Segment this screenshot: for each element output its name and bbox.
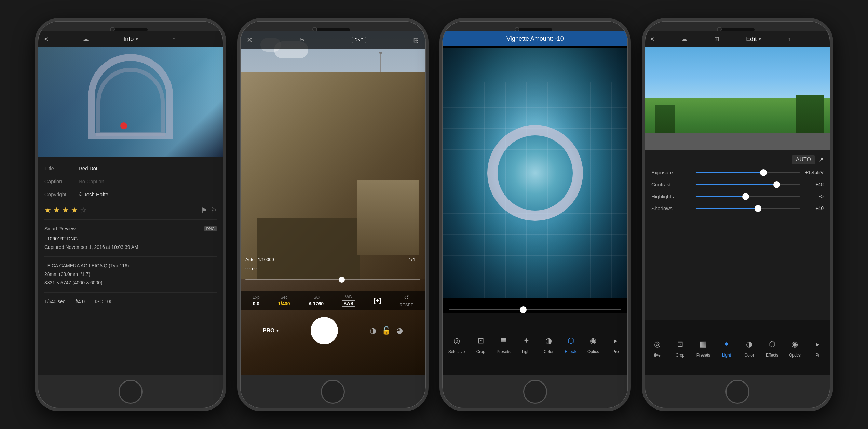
phone-2-home-button[interactable] — [321, 380, 345, 404]
reset-control[interactable]: ↺ RESET — [399, 294, 413, 307]
toolbar-color[interactable]: ◑ Color — [741, 335, 758, 360]
vignette-slider-thumb[interactable] — [520, 306, 527, 313]
red-dot — [120, 122, 127, 129]
exposure-slider-row: Exposure +1.45EV — [651, 170, 824, 175]
phone-1-speaker — [113, 28, 148, 31]
more-icon[interactable]: ··· — [210, 36, 217, 42]
right-wall — [357, 180, 419, 255]
wb-control[interactable]: WB AWB — [342, 295, 355, 307]
toolbar-presets[interactable]: ▦ Presets — [694, 335, 713, 360]
color-icon: ◑ — [542, 334, 555, 347]
toolbar-crop[interactable]: ⊡ Crop — [672, 335, 689, 360]
lock-icon[interactable]: 🔓 — [382, 326, 391, 335]
phone-3-home-button[interactable] — [523, 380, 547, 404]
dot-3 — [249, 268, 250, 269]
slider-thumb[interactable] — [339, 277, 345, 283]
toolbar-pre[interactable]: ▸ Pre — [607, 332, 624, 357]
star-4[interactable]: ★ — [71, 206, 78, 215]
close-button[interactable]: ✕ — [247, 36, 253, 44]
cloud-icon[interactable]: ☁ — [681, 35, 688, 43]
dimensions: 3831 × 5747 (4000 × 6000) — [44, 279, 217, 287]
toolbar-effects[interactable]: ⬡ Effects — [763, 335, 781, 360]
dot-5 — [254, 268, 255, 269]
toolbar-presets[interactable]: ▦ Presets — [494, 332, 513, 357]
toolbar-light[interactable]: ✦ Light — [518, 332, 535, 357]
pro-button[interactable]: PRO ▾ — [263, 327, 279, 334]
title-row: Title Red Dot — [44, 162, 217, 175]
presets-icon: ▦ — [697, 338, 710, 351]
color-label-icon[interactable]: ⚐ — [211, 206, 217, 214]
more-icon[interactable]: ··· — [818, 36, 824, 42]
sec-value: 1/400 — [278, 301, 290, 306]
toolbar-pr[interactable]: ▸ Pr — [809, 335, 826, 360]
timer-icon[interactable]: ◕ — [396, 326, 403, 335]
color-label: Color — [744, 353, 754, 358]
back-button[interactable]: < — [651, 35, 655, 43]
exp-control[interactable]: Exp 0.0 — [253, 295, 260, 306]
phone-2-speaker — [316, 28, 350, 31]
toolbar-selective[interactable]: ◎ tive — [649, 335, 666, 360]
contrast-track[interactable] — [696, 184, 800, 185]
chevron-down-icon: ▾ — [136, 36, 138, 42]
filename: L1060192.DNG — [44, 234, 217, 243]
shadows-thumb[interactable] — [755, 205, 761, 212]
star-5[interactable]: ☆ — [80, 206, 87, 215]
exposure-info-section: 1/640 sec f/4.0 ISO 100 — [44, 293, 217, 311]
caption-value: No Caption — [79, 178, 104, 184]
highlights-track[interactable] — [696, 196, 800, 197]
road — [645, 133, 830, 150]
highlights-thumb[interactable] — [742, 193, 749, 200]
sec-control[interactable]: Sec 1/400 — [278, 295, 290, 306]
presets-label: Presets — [696, 353, 710, 358]
phone-3-speaker — [518, 28, 552, 31]
star-1[interactable]: ★ — [44, 206, 51, 215]
copyright-value: © Josh Haftel — [79, 191, 109, 197]
vignette-slider[interactable] — [442, 309, 628, 310]
reset-label: RESET — [399, 303, 413, 307]
share-icon[interactable]: ↑ — [788, 36, 791, 43]
share-icon[interactable]: ↑ — [173, 36, 176, 43]
iso-control[interactable]: ISO A 1760 — [308, 295, 324, 306]
iso-label: ISO — [312, 295, 320, 300]
star-3[interactable]: ★ — [62, 206, 69, 215]
title-label: Title — [44, 165, 79, 171]
star-2[interactable]: ★ — [53, 206, 60, 215]
toolbar-selective[interactable]: ◎ Selective — [446, 332, 467, 357]
optics-label: Optics — [587, 349, 599, 354]
vignette-slider-track — [449, 309, 621, 310]
effects-toolbar: ◎ Selective ⊡ Crop ▦ Presets ✦ Light ◑ C… — [442, 313, 628, 375]
vignette-amount-label: Vignette Amount: -10 — [442, 31, 628, 46]
cloud-icon[interactable]: ☁ — [83, 35, 89, 43]
back-button[interactable]: < — [44, 35, 49, 43]
frame-icon[interactable]: ⊞ — [714, 35, 719, 43]
toolbar-crop[interactable]: ⊡ Crop — [472, 332, 489, 357]
info-title: Info ▾ — [123, 36, 138, 43]
phone-1-home-button[interactable] — [119, 380, 143, 404]
toolbar-light[interactable]: ✦ Light — [718, 335, 735, 360]
hdr-icon[interactable]: ◑ — [370, 326, 376, 335]
auto-button[interactable]: AUTO — [792, 155, 815, 164]
pre-label: Pre — [612, 349, 619, 354]
main-slider[interactable] — [245, 279, 420, 280]
toolbar-effects[interactable]: ⬡ Effects — [562, 332, 580, 357]
phone-4-home-button[interactable] — [725, 380, 749, 404]
shutter-button[interactable] — [311, 317, 338, 344]
phone-4-speaker — [720, 28, 755, 31]
flag-icon[interactable]: ⚑ — [201, 206, 207, 214]
contrast-thumb[interactable] — [773, 181, 780, 188]
scissors-icon[interactable]: ✂ — [300, 36, 305, 44]
toolbar-optics[interactable]: ◉ Optics — [786, 335, 803, 360]
vignette-overlay — [442, 48, 628, 298]
toolbar-color[interactable]: ◑ Color — [540, 332, 557, 357]
curve-icon[interactable]: ↗ — [818, 156, 824, 163]
plus-control[interactable]: [+] — [374, 297, 381, 304]
exposure-thumb[interactable] — [760, 169, 767, 176]
highlights-fill — [696, 196, 746, 197]
exposure-track[interactable] — [696, 172, 800, 173]
phone-3: Vignette Amount: -10 ◎ Selective — [439, 18, 631, 411]
toolbar-optics[interactable]: ◉ Optics — [585, 332, 602, 357]
more-options-icon[interactable]: ⋮ — [414, 36, 421, 44]
light-edit-panel: AUTO ↗ Exposure +1.45EV Contrast +48 — [645, 150, 830, 320]
shadows-track[interactable] — [696, 208, 800, 209]
color-label: Color — [544, 349, 554, 354]
